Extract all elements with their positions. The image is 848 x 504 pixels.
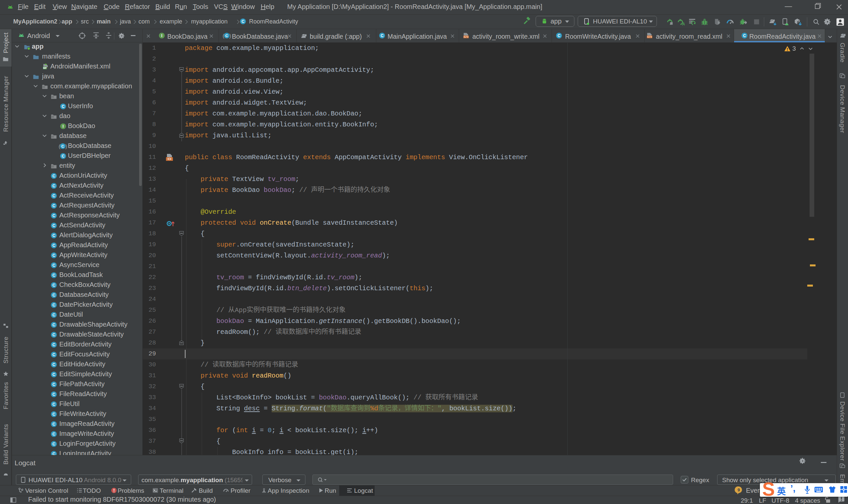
svg-text:C: C: [557, 33, 560, 38]
svg-text:C: C: [52, 174, 55, 178]
svg-text:C: C: [52, 253, 55, 258]
svg-text:C: C: [52, 432, 55, 436]
svg-text:</>: </>: [464, 35, 469, 38]
svg-text:C: C: [52, 194, 55, 198]
svg-text:): ): [65, 143, 67, 149]
svg-text:C: C: [225, 34, 228, 38]
svg-text:C: C: [52, 422, 55, 427]
svg-text:</>: </>: [647, 35, 652, 38]
svg-text:C: C: [52, 263, 55, 268]
svg-text:A: A: [682, 22, 685, 26]
svg-text:C: C: [52, 353, 55, 357]
svg-text:C: C: [743, 33, 746, 38]
svg-text:I: I: [63, 124, 64, 129]
svg-text:MF: MF: [43, 67, 47, 70]
svg-text:C: C: [61, 144, 64, 148]
svg-text:C: C: [52, 323, 55, 327]
svg-text:C: C: [52, 283, 55, 288]
svg-text:C: C: [52, 184, 55, 188]
svg-text:C: C: [52, 223, 55, 228]
svg-text:9: 9: [737, 487, 740, 492]
svg-text:C: C: [381, 33, 384, 38]
svg-text:S: S: [762, 479, 775, 500]
svg-text:C: C: [52, 362, 55, 367]
svg-text:C: C: [52, 412, 55, 417]
svg-text:C: C: [62, 154, 65, 159]
svg-text:C: C: [52, 402, 55, 407]
svg-text:C: C: [52, 293, 55, 298]
svg-text:C: C: [52, 332, 55, 337]
svg-text:C: C: [52, 392, 55, 397]
svg-text:C: C: [52, 442, 55, 446]
svg-text:C: C: [62, 104, 65, 109]
svg-text:C: C: [52, 303, 55, 307]
svg-text:C: C: [52, 273, 55, 278]
svg-text:C: C: [52, 313, 55, 317]
svg-text:I: I: [161, 33, 162, 38]
svg-text:C: C: [52, 382, 55, 387]
svg-text:C: C: [52, 233, 55, 238]
svg-text:): ): [229, 33, 231, 39]
svg-text:C: C: [52, 342, 55, 347]
svg-text:C: C: [52, 203, 55, 208]
svg-text:C: C: [241, 19, 244, 24]
svg-text:C: C: [52, 213, 55, 218]
svg-text:C: C: [52, 243, 55, 248]
svg-text:<>: <>: [167, 158, 171, 161]
svg-text:C: C: [52, 372, 55, 377]
